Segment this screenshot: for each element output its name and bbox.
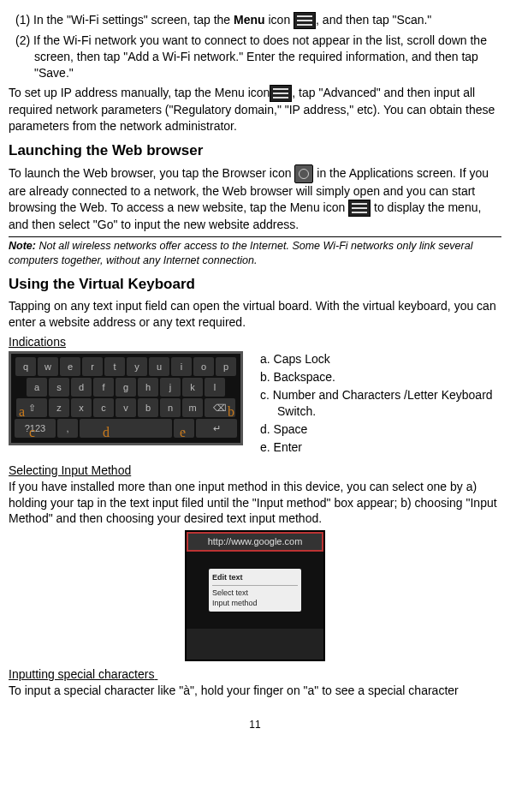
key-j: j (160, 378, 181, 397)
popup-dialog: Edit text Select text Input method (209, 569, 301, 611)
key-p: p (216, 357, 236, 376)
note-text: Not all wireless networks offer access t… (9, 240, 472, 266)
menu-icon (270, 85, 292, 102)
menu-icon (348, 200, 371, 217)
callout-c: c (29, 423, 35, 442)
key-d: d (71, 378, 92, 397)
page-number: 11 (9, 718, 501, 731)
inputting-special-heading: Inputting special characters (9, 666, 501, 683)
step-1-text-c: , and then tap "Scan." (316, 13, 431, 27)
legend-list: a. Caps Lock b. Backspace. c. Number and… (260, 351, 501, 457)
popup-option-1: Select text (212, 588, 298, 598)
key-e: e (60, 357, 80, 376)
input-method-screenshot: http://www.google.com Edit text Select t… (185, 530, 325, 661)
key-a: a (27, 378, 47, 397)
key-c: c (93, 398, 114, 417)
selecting-input-heading: Selecting Input Method (9, 463, 501, 479)
comma-key: , (57, 419, 78, 438)
key-m: m (182, 398, 203, 417)
launch-text-a: To launch the Web browser, you tap the B… (9, 166, 294, 180)
callout-e: e (180, 423, 186, 442)
key-z: z (49, 398, 69, 417)
heading-virtual-keyboard: Using the Virtual Keyboard (9, 275, 501, 295)
key-q: q (15, 357, 36, 376)
key-t: t (104, 357, 125, 376)
legend-d: d. Space (260, 421, 501, 438)
key-i: i (171, 357, 192, 376)
ip-paragraph: To set up IP address manually, tap the M… (9, 85, 501, 134)
legend-b: b. Backspace. (260, 369, 501, 385)
launch-paragraph: To launch the Web browser, you tap the B… (9, 164, 501, 233)
popup-option-2: Input method (212, 598, 298, 608)
selecting-input-text: If you have installed more than one inpu… (9, 479, 501, 528)
note-label: Note: (9, 240, 36, 252)
key-g: g (116, 378, 136, 397)
inputting-special-text: To input a special character like "à", h… (9, 683, 501, 699)
legend-c: c. Number and Characters /Letter Keyboar… (260, 387, 501, 420)
callout-d: d (103, 423, 110, 442)
key-s: s (49, 378, 69, 397)
key-x: x (71, 398, 92, 417)
key-r: r (82, 357, 103, 376)
menu-icon (294, 12, 316, 29)
browser-icon (294, 164, 313, 183)
step-2-text: If the Wi-Fi network you want to connect… (33, 33, 487, 80)
heading-launching-browser: Launching the Web browser (9, 141, 501, 161)
step-2: (2) If the Wi-Fi network you want to con… (9, 33, 501, 81)
menu-word: Menu (234, 13, 265, 27)
indications-heading: Indications (9, 334, 501, 350)
enter-key: ↵ (196, 419, 237, 438)
key-f: f (93, 378, 114, 397)
step-1-text-a: In the "Wi-Fi settings" screen, tap the (33, 13, 234, 27)
note-block: Note: Not all wireless networks offer ac… (9, 236, 501, 268)
step-1-text-b: icon (265, 13, 294, 27)
popup-url: http://www.google.com (187, 532, 323, 552)
callout-b: b (228, 403, 234, 421)
key-n: n (160, 398, 181, 417)
vk-intro: Tapping on any text input field can open… (9, 298, 501, 331)
key-l: l (205, 378, 225, 397)
key-o: o (193, 357, 214, 376)
ip-text-a: To set up IP address manually, tap the M… (9, 86, 270, 99)
keyboard-figure: qwertyuiop asdfghjkl ⇧ zxcvbnm⌫ ?123 , .… (9, 351, 501, 457)
key-u: u (149, 357, 169, 376)
step-1-prefix: (1) (15, 13, 33, 27)
step-2-prefix: (2) (15, 33, 33, 47)
key-v: v (116, 398, 136, 417)
key-y: y (127, 357, 147, 376)
popup-title: Edit text (212, 572, 298, 585)
key-w: w (38, 357, 58, 376)
legend-e: e. Enter (260, 439, 501, 456)
keyboard-image: qwertyuiop asdfghjkl ⇧ zxcvbnm⌫ ?123 , .… (9, 351, 243, 445)
key-h: h (138, 378, 158, 397)
legend-a: a. Caps Lock (260, 351, 501, 367)
popup-keyboard-area (187, 629, 323, 660)
key-k: k (182, 378, 203, 397)
step-1: (1) In the "Wi-Fi settings" screen, tap … (9, 12, 501, 29)
space-key (80, 419, 172, 438)
callout-a: a (19, 403, 25, 421)
key-b: b (138, 398, 158, 417)
